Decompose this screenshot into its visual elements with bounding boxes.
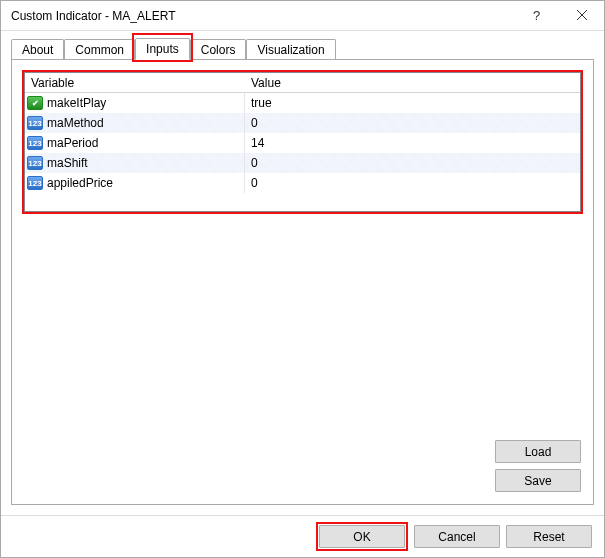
value-cell[interactable]: 0 — [245, 156, 580, 170]
inputs-grid[interactable]: Variable Value ✔makeItPlaytrue123maMetho… — [24, 72, 581, 212]
inputs-grid-highlight: Variable Value ✔makeItPlaytrue123maMetho… — [22, 70, 583, 214]
value-cell[interactable]: 14 — [245, 136, 580, 150]
load-button[interactable]: Load — [495, 440, 581, 463]
int-type-icon: 123 — [27, 116, 43, 130]
tab-common[interactable]: Common — [64, 39, 135, 60]
ok-highlight: OK — [316, 522, 408, 551]
help-button[interactable]: ? — [514, 1, 559, 31]
variable-name: appiledPrice — [47, 176, 113, 190]
tab-inputs[interactable]: Inputs — [135, 38, 190, 60]
cancel-button[interactable]: Cancel — [414, 525, 500, 548]
ok-button[interactable]: OK — [319, 525, 405, 548]
variable-cell[interactable]: 123maShift — [25, 153, 245, 173]
col-header-variable[interactable]: Variable — [25, 76, 245, 90]
window-title: Custom Indicator - MA_ALERT — [11, 9, 514, 23]
value-cell[interactable]: 0 — [245, 176, 580, 190]
variable-cell[interactable]: 123appiledPrice — [25, 173, 245, 193]
int-type-icon: 123 — [27, 136, 43, 150]
tab-visualization[interactable]: Visualization — [246, 39, 335, 60]
variable-cell[interactable]: 123maMethod — [25, 113, 245, 133]
int-type-icon: 123 — [27, 156, 43, 170]
inputs-panel: Variable Value ✔makeItPlaytrue123maMetho… — [11, 59, 594, 505]
col-header-value[interactable]: Value — [245, 76, 580, 90]
tab-colors[interactable]: Colors — [190, 39, 247, 60]
table-row[interactable]: 123appiledPrice0 — [25, 173, 580, 193]
tab-about[interactable]: About — [11, 39, 64, 60]
dialog-footer: OK Cancel Reset — [1, 515, 604, 557]
variable-name: maShift — [47, 156, 88, 170]
title-bar: Custom Indicator - MA_ALERT ? — [1, 1, 604, 31]
side-buttons: Load Save — [495, 440, 581, 492]
value-cell[interactable]: 0 — [245, 116, 580, 130]
save-button[interactable]: Save — [495, 469, 581, 492]
dialog-window: Custom Indicator - MA_ALERT ? About Comm… — [0, 0, 605, 558]
bool-type-icon: ✔ — [27, 96, 43, 110]
int-type-icon: 123 — [27, 176, 43, 190]
table-row[interactable]: 123maShift0 — [25, 153, 580, 173]
help-icon: ? — [533, 8, 540, 23]
variable-name: maPeriod — [47, 136, 98, 150]
grid-header: Variable Value — [25, 73, 580, 93]
close-icon — [577, 9, 587, 23]
tab-strip: About Common Inputs Colors Visualization — [11, 37, 594, 59]
table-row[interactable]: 123maMethod0 — [25, 113, 580, 133]
table-row[interactable]: 123maPeriod14 — [25, 133, 580, 153]
value-cell[interactable]: true — [245, 96, 580, 110]
grid-rows: ✔makeItPlaytrue123maMethod0123maPeriod14… — [25, 93, 580, 211]
variable-name: makeItPlay — [47, 96, 106, 110]
reset-button[interactable]: Reset — [506, 525, 592, 548]
table-row[interactable]: ✔makeItPlaytrue — [25, 93, 580, 113]
variable-name: maMethod — [47, 116, 104, 130]
close-button[interactable] — [559, 1, 604, 31]
variable-cell[interactable]: 123maPeriod — [25, 133, 245, 153]
variable-cell[interactable]: ✔makeItPlay — [25, 93, 245, 113]
